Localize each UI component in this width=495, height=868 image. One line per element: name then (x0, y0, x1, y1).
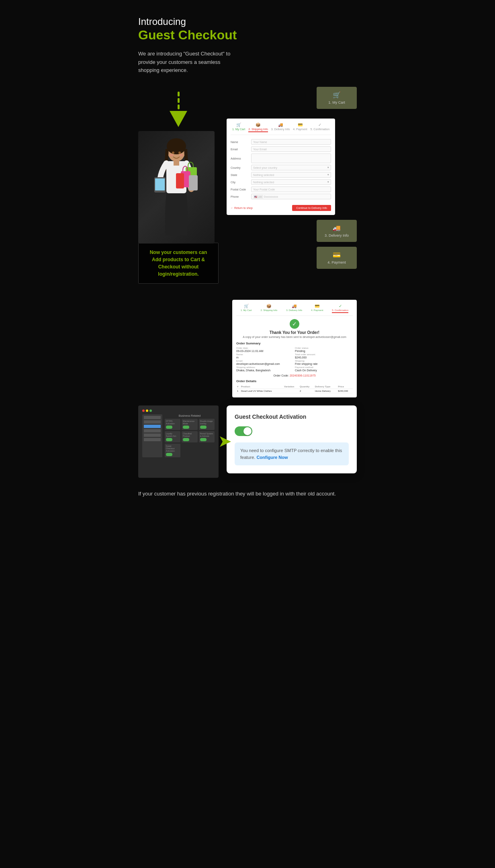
sidebar-mock-6 (144, 438, 161, 441)
email-input[interactable]: Your Email (251, 146, 331, 152)
name-input[interactable]: Your Name (251, 139, 331, 145)
order-address-value: Dhaka, Dhaka, Bangladesh (236, 369, 294, 372)
toggle-7[interactable] (166, 453, 172, 456)
hero-section: Introducing Guest Checkout We are introd… (138, 16, 357, 75)
cs2-icon: 📦 (266, 304, 271, 308)
cs4-icon: 💳 (315, 304, 319, 308)
settings-sidebar-mock (142, 414, 162, 457)
city-row: City Nothing selected ▾ (231, 179, 331, 185)
sidebar-mock-2 (144, 420, 161, 424)
dot-red (142, 409, 145, 412)
dash-1 (178, 92, 180, 96)
checkout-screenshot: 🛒 1. My Cart 📦 2. Shipping Info 🚚 3. Del… (227, 119, 335, 215)
thank-you-sub: A copy of your order summary has been se… (236, 336, 353, 338)
continue-button[interactable]: Continue to Delivery Info (292, 205, 331, 211)
settings-section-title: Business Related (165, 414, 215, 417)
state-select[interactable]: Nothing selected ▾ (251, 172, 331, 178)
phone-label: Phone (231, 195, 249, 198)
order-address-label: Shipping address: (236, 366, 294, 368)
svg-point-1 (167, 138, 186, 154)
configure-now-link[interactable]: Configure Now (256, 455, 288, 460)
order-details-title: Order Details (236, 379, 353, 383)
row-price: $240,000 (337, 389, 353, 393)
toggle-6[interactable] (200, 438, 207, 441)
name-label: Name (231, 141, 249, 143)
payment-icon: 💳 (298, 123, 303, 127)
svg-point-14 (170, 154, 174, 156)
country-label: Country (231, 166, 249, 169)
toggle-row (235, 426, 349, 436)
step-card-delivery: 🚚 3. Delivery Info (317, 220, 357, 242)
postal-input[interactable]: Your Postal Code (251, 186, 331, 192)
arrow-dashes (178, 91, 180, 110)
step-confirmation: ✓ 5. Confirmation (311, 123, 329, 132)
smtp-notice-text: You need to configure SMTP correctly to … (240, 448, 342, 460)
activation-toggle[interactable] (235, 426, 252, 436)
arrow-container (138, 91, 219, 127)
toggle-5[interactable] (183, 438, 189, 441)
address-input[interactable] (251, 154, 331, 163)
dot-yellow (146, 409, 148, 412)
row-number: 1 (236, 389, 240, 393)
order-info-grid: Order date: 09-03-2024 11:01 AM Order st… (236, 347, 353, 372)
confirm-step1: 🛒 1. My Cart (241, 304, 252, 313)
order-payment-item: Payment method: Cash On Delivery (295, 366, 353, 372)
settings-screenshot: Business Related HTTPS Activation Mainte… (138, 405, 219, 478)
svg-point-13 (178, 151, 181, 154)
order-code-value: 20240306-11011975 (290, 374, 316, 377)
toggle-3[interactable] (200, 426, 207, 429)
total-amount-value: $240,000 (295, 356, 353, 359)
phone-input[interactable]: 🇺🇸 +88 0xxxxxxxxx (251, 194, 331, 199)
email-row: Email Your Email (231, 146, 331, 152)
address-label: Address (231, 157, 249, 160)
order-details-table: # Product Variation Quantity Delivery Ty… (236, 385, 353, 393)
dash-2 (178, 98, 180, 103)
dash-3 (178, 104, 180, 109)
toggle-1[interactable] (166, 426, 172, 429)
person-svg (150, 135, 202, 240)
shipping-icon: 📦 (256, 123, 260, 127)
order-code-prefix: Order Code: (273, 374, 289, 377)
sidebar-mock-4 (144, 429, 161, 432)
order-email-label: Email: (236, 360, 294, 362)
sidebar-mock-1 (144, 416, 161, 419)
order-email-item: Email: developer.activelooser@gmail.com (236, 360, 294, 365)
svg-rect-11 (155, 178, 165, 190)
postal-label: Postal Code (231, 188, 249, 191)
confirm-step4: 💳 4. Payment (311, 304, 323, 313)
toggle-4[interactable] (166, 438, 172, 441)
step-card-cart: 🛒 1. My Cart (317, 87, 357, 109)
col-number: # (236, 385, 240, 389)
address-row: Address (231, 154, 331, 163)
left-col: Now your customers can Add products to C… (138, 87, 219, 284)
state-label: State (231, 174, 249, 176)
svg-rect-9 (176, 173, 184, 188)
row-variation (283, 389, 299, 393)
city-select[interactable]: Nothing selected ▾ (251, 179, 331, 185)
confirm-steps-header: 🛒 1. My Cart 📦 2. Shipping Info 🚚 3. Del… (236, 304, 353, 316)
col-price: Price (337, 385, 353, 389)
cs3-icon: 🚚 (292, 304, 297, 308)
country-select[interactable]: Select your country ▾ (251, 165, 331, 170)
step-delivery: 🚚 3. Delivery Info (271, 123, 290, 132)
form-bottom-row: ← Return to shop Continue to Delivery In… (231, 203, 331, 211)
checkout-steps-header: 🛒 1. My Cart 📦 2. Shipping Info 🚚 3. Del… (231, 123, 331, 135)
col-product: Product (240, 385, 283, 389)
toggle-2[interactable] (183, 426, 189, 429)
col-delivery-type: Delivery Type (314, 385, 338, 389)
svg-point-12 (172, 151, 174, 154)
big-arrow-icon (170, 111, 187, 127)
step-card-payment: 💳 4. Payment (317, 247, 357, 269)
payment-method-label: Payment method: (295, 366, 353, 368)
table-row: 1 Dead Leaf UV White Clothes 2 Home Deli… (236, 389, 353, 393)
shipping-label: Shipping: (295, 360, 353, 362)
postal-row: Postal Code Your Postal Code (231, 186, 331, 192)
settings-grid: HTTPS Activation Maintenance Mode Disabl… (165, 419, 215, 457)
setting-cell-5: Classified Product (182, 431, 197, 442)
order-status-label: Order status: (295, 347, 353, 349)
phone-row: Phone 🇺🇸 +88 0xxxxxxxxx (231, 194, 331, 199)
page-wrapper: Introducing Guest Checkout We are introd… (124, 0, 371, 518)
return-link[interactable]: ← Return to shop (231, 207, 253, 209)
svg-rect-3 (174, 159, 179, 166)
cs1-icon: 🛒 (244, 304, 249, 308)
